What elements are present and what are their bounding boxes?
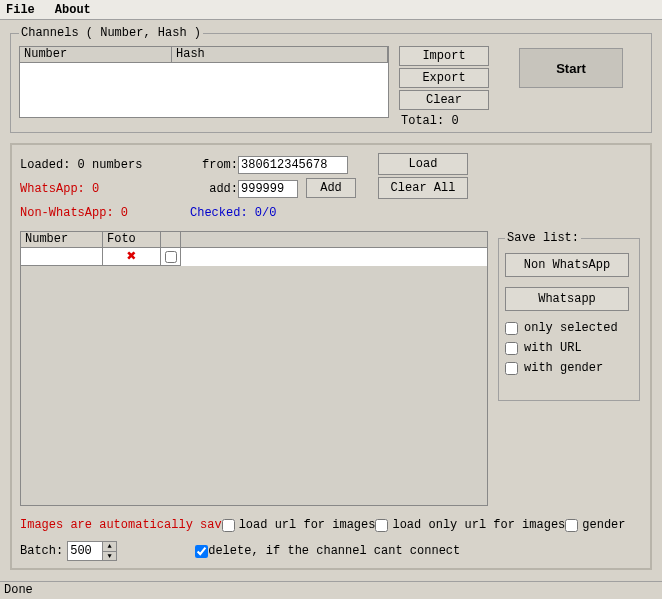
save-nonwhatsapp-button[interactable]: Non WhatsApp xyxy=(505,253,629,277)
channels-col-number[interactable]: Number xyxy=(20,47,172,62)
only-selected-label: only selected xyxy=(524,321,618,335)
number-list[interactable]: Number Foto ✖ xyxy=(20,231,488,506)
start-button[interactable]: Start xyxy=(519,48,623,88)
numlist-col-foto[interactable]: Foto xyxy=(103,232,161,247)
status-bar: Done xyxy=(0,581,662,599)
load-button[interactable]: Load xyxy=(378,153,468,175)
menu-file[interactable]: File xyxy=(6,3,35,17)
clear-all-button[interactable]: Clear All xyxy=(378,177,468,199)
spin-down-icon[interactable]: ▼ xyxy=(103,552,116,561)
channels-group: Channels ( Number, Hash ) Number Hash Im… xyxy=(10,26,652,133)
numlist-col-check[interactable] xyxy=(161,232,181,247)
with-gender-checkbox[interactable] xyxy=(505,362,518,375)
only-selected-checkbox[interactable] xyxy=(505,322,518,335)
nonwhatsapp-count: Non-WhatsApp: 0 xyxy=(20,206,190,220)
clear-button[interactable]: Clear xyxy=(399,90,489,110)
load-url-checkbox[interactable] xyxy=(222,519,235,532)
images-auto-label: Images are automatically sav xyxy=(20,518,222,532)
batch-input[interactable] xyxy=(68,542,102,560)
batch-label: Batch: xyxy=(20,544,63,558)
x-icon: ✖ xyxy=(127,250,137,264)
menu-about[interactable]: About xyxy=(55,3,91,17)
savelist-legend: Save list: xyxy=(505,231,581,245)
with-gender-label: with gender xyxy=(524,361,603,375)
import-button[interactable]: Import xyxy=(399,46,489,66)
delete-if-checkbox[interactable] xyxy=(195,545,208,558)
load-only-url-label: load only url for images xyxy=(392,518,565,532)
savelist-group: Save list: Non WhatsApp Whatsapp only se… xyxy=(498,231,640,401)
add-label: add: xyxy=(190,182,238,196)
load-only-url-checkbox[interactable] xyxy=(375,519,388,532)
row-checkbox[interactable] xyxy=(165,251,177,263)
checked-count: Checked: 0/0 xyxy=(190,206,276,220)
menubar[interactable]: File About xyxy=(0,0,662,20)
loader-panel: Loaded: 0 numbers from: Load WhatsApp: 0… xyxy=(10,143,652,570)
channels-total: Total: 0 xyxy=(399,114,489,128)
from-input[interactable] xyxy=(238,156,348,174)
gender-label: gender xyxy=(582,518,625,532)
batch-spinner[interactable]: ▲ ▼ xyxy=(67,541,117,561)
channels-table[interactable]: Number Hash xyxy=(19,46,389,118)
delete-if-label: delete, if the channel cant connect xyxy=(208,544,460,558)
with-url-label: with URL xyxy=(524,341,582,355)
add-button[interactable]: Add xyxy=(306,178,356,198)
spin-up-icon[interactable]: ▲ xyxy=(103,542,116,552)
loaded-label: Loaded: 0 numbers xyxy=(20,158,190,172)
add-input[interactable] xyxy=(238,180,298,198)
with-url-checkbox[interactable] xyxy=(505,342,518,355)
channels-legend: Channels ( Number, Hash ) xyxy=(19,26,203,40)
whatsapp-count: WhatsApp: 0 xyxy=(20,182,190,196)
gender-checkbox[interactable] xyxy=(565,519,578,532)
from-label: from: xyxy=(190,158,238,172)
load-url-label: load url for images xyxy=(239,518,376,532)
channels-col-hash[interactable]: Hash xyxy=(172,47,388,62)
save-whatsapp-button[interactable]: Whatsapp xyxy=(505,287,629,311)
numlist-col-number[interactable]: Number xyxy=(21,232,103,247)
table-row[interactable]: ✖ xyxy=(21,248,487,266)
export-button[interactable]: Export xyxy=(399,68,489,88)
